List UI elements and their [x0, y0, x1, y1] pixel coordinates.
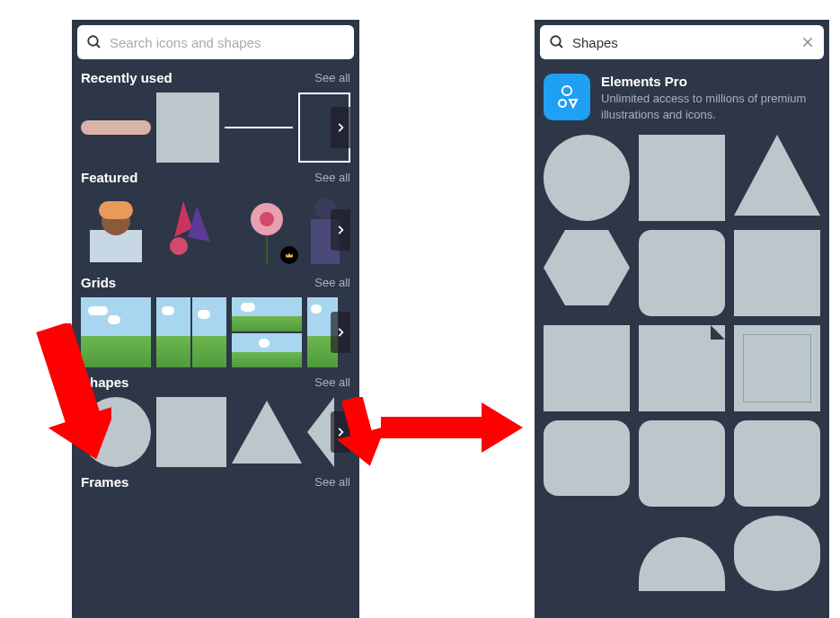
see-all-link[interactable]: See all [314, 71, 350, 84]
shape-folded-corner[interactable] [639, 325, 725, 411]
clear-icon[interactable] [800, 35, 815, 49]
svg-point-15 [559, 100, 566, 107]
shape-triangle[interactable] [232, 401, 302, 464]
see-all-link[interactable]: See all [314, 375, 350, 389]
svg-point-8 [260, 212, 274, 226]
search-box[interactable]: Shapes [540, 25, 824, 59]
grid-two-row[interactable] [232, 297, 302, 367]
search-icon [86, 34, 102, 50]
elements-pro-promo[interactable]: Elements Pro Unlimited access to million… [535, 65, 829, 135]
section-shapes: Shapes See all [72, 369, 359, 469]
annotation-arrow-down-right [334, 397, 388, 469]
illustration-abstract-figures[interactable] [156, 192, 226, 268]
svg-point-0 [88, 36, 98, 46]
grid-two-col[interactable] [156, 297, 226, 367]
chevron-right-icon [334, 326, 347, 339]
section-recently-used: Recently used See all [72, 65, 359, 164]
svg-point-11 [551, 36, 561, 46]
illustration-flower[interactable] [232, 192, 302, 268]
next-button[interactable] [331, 312, 350, 353]
shape-square-2[interactable] [734, 230, 820, 316]
promo-text: Elements Pro Unlimited access to million… [601, 74, 820, 122]
section-title: Featured [81, 170, 137, 185]
svg-rect-4 [99, 201, 133, 219]
search-icon [549, 34, 565, 50]
recently-used-row [81, 93, 350, 163]
shape-rounded-square-2[interactable] [639, 420, 725, 507]
shape-square-3[interactable] [544, 325, 630, 411]
elements-panel-shapes-results: Shapes Elements Pro Unlimited access to … [535, 20, 829, 618]
shape-hexagon[interactable] [544, 230, 630, 305]
shape-triangle[interactable] [734, 135, 820, 216]
featured-row [81, 192, 350, 268]
shape-circle-2[interactable] [734, 516, 820, 591]
shape-results-grid [535, 135, 829, 600]
elements-panel-main: Recently used See all Featured See all [72, 20, 359, 618]
annotation-arrow-right [381, 402, 525, 453]
see-all-link[interactable]: See all [314, 276, 350, 289]
shape-square[interactable] [156, 397, 226, 467]
svg-line-1 [96, 44, 100, 48]
svg-line-12 [559, 44, 562, 48]
search-box[interactable] [77, 25, 354, 59]
element-brush-stroke[interactable] [81, 120, 151, 135]
section-grids: Grids See all [72, 269, 359, 369]
section-title: Recently used [81, 70, 172, 85]
grids-row [81, 297, 350, 367]
shape-rounded-square-3[interactable] [734, 420, 820, 507]
shape-half-circle[interactable] [639, 537, 725, 591]
shape-rounded-square[interactable] [639, 230, 725, 316]
chevron-right-icon [334, 121, 347, 134]
promo-subtitle: Unlimited access to millions of premium … [601, 91, 820, 122]
section-title: Frames [81, 474, 128, 490]
premium-badge [280, 246, 298, 264]
section-featured: Featured See all [72, 164, 359, 269]
element-square[interactable] [156, 93, 219, 163]
annotation-arrow-down-left [31, 323, 111, 467]
see-all-link[interactable]: See all [314, 171, 350, 184]
section-frames: Frames See all [72, 469, 359, 499]
next-button[interactable] [331, 107, 350, 148]
search-input[interactable] [110, 35, 345, 50]
shape-square[interactable] [639, 135, 725, 221]
shape-inset-frame[interactable] [734, 325, 820, 411]
promo-icon [544, 74, 590, 120]
illustration-character-sign[interactable] [81, 192, 151, 268]
elements-pro-icon [553, 84, 580, 110]
search-value: Shapes [572, 35, 793, 50]
svg-point-5 [170, 237, 188, 255]
crown-icon [285, 251, 294, 260]
shape-circle[interactable] [544, 135, 630, 221]
shapes-row [81, 397, 350, 467]
shape-smooth-rect[interactable] [544, 420, 630, 496]
promo-title: Elements Pro [601, 74, 820, 89]
chevron-right-icon [334, 224, 347, 236]
section-title: Grids [81, 275, 116, 290]
element-line[interactable] [225, 127, 293, 128]
next-button[interactable] [331, 209, 350, 251]
see-all-link[interactable]: See all [314, 475, 350, 489]
